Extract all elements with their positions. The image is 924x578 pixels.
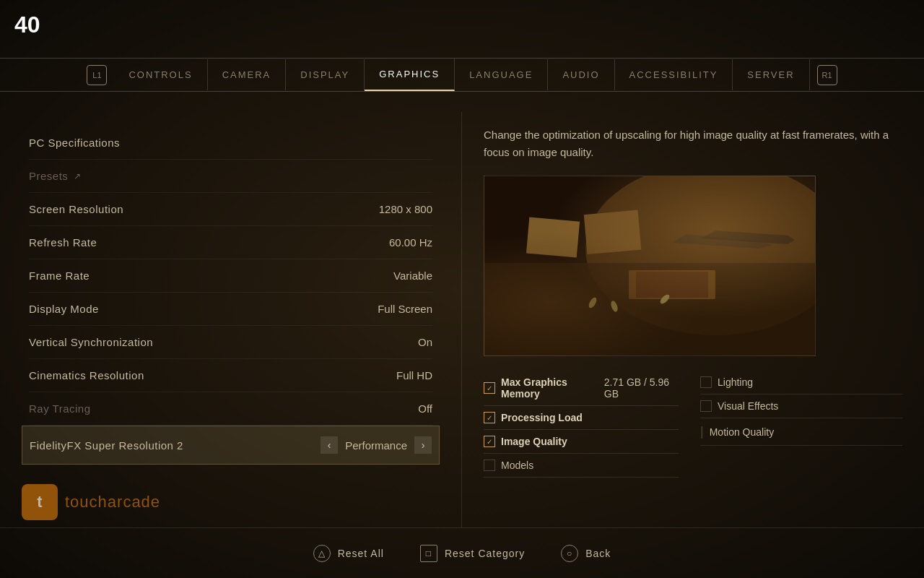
setting-controls: ‹ Performance › [321, 436, 432, 454]
grid-label: Max Graphics Memory [501, 376, 598, 400]
nav-audio[interactable]: AUDIO [548, 59, 614, 90]
setting-label: FidelityFX Super Resolution 2 [30, 439, 183, 452]
check-icon-empty [700, 400, 712, 412]
check-icon: ✓ [484, 436, 495, 447]
setting-value: Variable [393, 269, 432, 282]
graphics-grid: ✓ Max Graphics Memory 2.71 GB / 5.96 GB … [484, 371, 902, 478]
setting-value: Full HD [396, 369, 432, 381]
setting-label: Ray Tracing [29, 402, 91, 415]
main-content: PC Specifications Presets ↗ Screen Resol… [0, 112, 924, 527]
grid-item-models: Models [484, 454, 679, 478]
reset-all-action[interactable]: △ Reset All [313, 545, 384, 562]
grid-item-max-graphics-memory: ✓ Max Graphics Memory 2.71 GB / 5.96 GB [484, 371, 679, 406]
grid-label: Motion Quality [710, 426, 774, 438]
setting-value: Performance [345, 439, 407, 452]
grid-item-lighting: Lighting [700, 371, 902, 394]
triangle-icon: △ [313, 545, 331, 562]
nav-camera[interactable]: CAMERA [208, 59, 287, 90]
svg-point-10 [659, 293, 671, 306]
circle-icon: ○ [561, 545, 578, 562]
bottom-bar: △ Reset All □ Reset Category ○ Back [0, 527, 924, 578]
nav-display[interactable]: DISPLAY [286, 59, 365, 90]
setting-label: Refresh Rate [29, 236, 97, 249]
grid-label: Lighting [718, 376, 753, 388]
svg-point-9 [610, 300, 619, 313]
reset-category-label: Reset Category [445, 548, 525, 559]
setting-frame-rate[interactable]: Frame Rate Variable [29, 259, 432, 293]
svg-rect-5 [584, 210, 642, 254]
grid-label: Image Quality [501, 436, 567, 447]
nav-bar: L1 CONTROLS CAMERA DISPLAY GRAPHICS LANG… [0, 58, 924, 92]
settings-panel: PC Specifications Presets ↗ Screen Resol… [0, 112, 462, 527]
nav-left-icon[interactable]: L1 [87, 65, 107, 85]
grid-item-motion-quality: | Motion Quality [700, 418, 902, 446]
setting-prev-button[interactable]: ‹ [321, 436, 338, 454]
setting-label: Display Mode [29, 303, 99, 315]
grid-label: Processing Load [501, 412, 583, 423]
setting-value: 60.00 Hz [389, 236, 432, 249]
nav-right-icon[interactable]: R1 [817, 65, 837, 85]
nav-graphics[interactable]: GRAPHICS [365, 59, 455, 91]
setting-next-button[interactable]: › [414, 436, 432, 454]
grid-label: Visual Effects [718, 400, 778, 412]
setting-fidelityfx[interactable]: FidelityFX Super Resolution 2 ‹ Performa… [22, 426, 440, 465]
check-icon: ✓ [484, 412, 495, 423]
grid-item-image-quality: ✓ Image Quality [484, 430, 679, 454]
watermark-text: toucharcade [65, 493, 160, 512]
grid-item-visual-effects: Visual Effects [700, 394, 902, 418]
external-link-icon: ↗ [74, 171, 81, 181]
check-icon: ✓ [484, 382, 495, 394]
setting-value: Full Screen [378, 303, 432, 315]
setting-label: Cinematics Resolution [29, 369, 144, 381]
setting-label: Vertical Synchronization [29, 336, 153, 348]
info-description: Change the optimization of upscaling for… [484, 126, 902, 161]
setting-refresh-rate[interactable]: Refresh Rate 60.00 Hz [29, 226, 432, 259]
nav-language[interactable]: LANGUAGE [455, 59, 548, 90]
setting-pc-specifications[interactable]: PC Specifications [29, 126, 432, 160]
watermark: t toucharcade [22, 484, 160, 520]
svg-point-1 [585, 176, 816, 335]
nav-accessibility[interactable]: ACCESSIBILITY [615, 59, 733, 90]
check-icon-empty [700, 376, 712, 388]
setting-value: Off [418, 402, 432, 415]
preview-svg [484, 176, 816, 356]
check-icon-empty [484, 460, 495, 471]
watermark-logo: t [22, 484, 58, 520]
grid-item-processing-load: ✓ Processing Load [484, 406, 679, 430]
setting-vertical-sync[interactable]: Vertical Synchronization On [29, 326, 432, 359]
svg-rect-7 [636, 272, 708, 298]
setting-label: Presets [29, 170, 68, 182]
reset-all-label: Reset All [338, 548, 384, 559]
memory-value: 2.71 GB / 5.96 GB [604, 376, 679, 400]
reset-category-action[interactable]: □ Reset Category [420, 545, 525, 562]
presets-row: Presets ↗ [29, 170, 81, 182]
setting-value: 924 x 578 [379, 203, 432, 215]
preview-image [484, 176, 816, 356]
svg-point-8 [588, 296, 598, 309]
svg-rect-6 [629, 270, 715, 299]
setting-presets[interactable]: Presets ↗ [29, 160, 432, 193]
nav-server[interactable]: SERVER [733, 59, 809, 90]
square-icon: □ [420, 545, 437, 562]
svg-rect-4 [526, 217, 580, 258]
setting-ray-tracing[interactable]: Ray Tracing Off [29, 392, 432, 426]
setting-cinematics-resolution[interactable]: Cinematics Resolution Full HD [29, 359, 432, 392]
svg-rect-0 [484, 176, 816, 356]
setting-label: Screen Resolution [29, 203, 123, 215]
info-panel: Change the optimization of upscaling for… [462, 112, 924, 527]
back-action[interactable]: ○ Back [561, 545, 611, 562]
setting-display-mode[interactable]: Display Mode Full Screen [29, 293, 432, 326]
grid-label: Models [501, 460, 533, 471]
setting-screen-resolution[interactable]: Screen Resolution 924 x 578 [29, 193, 432, 226]
score-display: 40 [14, 12, 40, 38]
back-label: Back [585, 548, 611, 559]
setting-label: PC Specifications [29, 137, 120, 149]
nav-controls[interactable]: CONTROLS [114, 59, 207, 90]
separator: | [700, 424, 704, 439]
svg-rect-2 [484, 263, 816, 356]
setting-label: Frame Rate [29, 269, 90, 282]
setting-value: On [418, 336, 432, 348]
